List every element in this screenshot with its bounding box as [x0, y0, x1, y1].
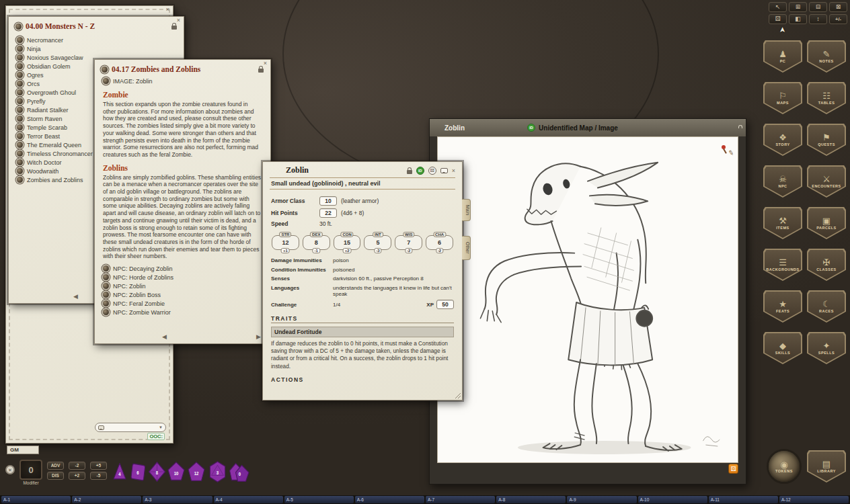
hotkey-slot[interactable]: A-3: [143, 496, 212, 503]
link-seal-icon[interactable]: [17, 37, 23, 43]
sidebar-item-spells[interactable]: ✦SPELLS: [807, 332, 846, 364]
minus5-button[interactable]: -5: [90, 472, 107, 480]
toolbar-button-5[interactable]: ⚄: [769, 14, 787, 24]
hotkey-slot[interactable]: A-1: [1, 496, 71, 503]
link-seal-icon[interactable]: [17, 54, 23, 60]
sidebar-item-items[interactable]: ⚒ITEMS: [763, 207, 802, 239]
ability-mod[interactable]: -3: [374, 248, 381, 253]
ability-mod[interactable]: +1: [281, 248, 290, 253]
ability-cha[interactable]: CHA 6 -2: [426, 235, 453, 250]
ability-mod[interactable]: +2: [343, 248, 352, 253]
sidebar-item-parcels[interactable]: ▣PARCELS: [807, 207, 846, 239]
ability-wis[interactable]: WIS 7 -2: [395, 235, 422, 250]
link-seal-icon[interactable]: [17, 81, 23, 87]
sidebar-item-encounters[interactable]: ⚔ENCOUNTERS: [807, 165, 846, 198]
npc-sheet-titlebar[interactable]: Zoblin ID ⚄ ×: [263, 162, 462, 177]
toolbar-button-4[interactable]: ⊠: [829, 2, 847, 12]
plus-minus-button[interactable]: +/-: [829, 14, 847, 24]
plus5-button[interactable]: +5: [90, 462, 107, 470]
npc-link[interactable]: NPC: Zoblin: [103, 282, 262, 290]
link-seal-icon[interactable]: [17, 72, 23, 78]
hotkey-slot[interactable]: A-6: [355, 496, 424, 503]
sidebar-item-pc[interactable]: ♟PC: [763, 40, 802, 73]
sidebar-item-notes[interactable]: ✎NOTES: [807, 40, 846, 73]
sidebar-item-tables[interactable]: ☷TABLES: [807, 82, 846, 114]
ooc-mode-badge[interactable]: OOC:: [147, 433, 165, 440]
window-header[interactable]: 04.17 Zombies and Zoblins: [95, 60, 270, 77]
pencil-icon[interactable]: ✎: [728, 149, 734, 157]
link-seal-icon[interactable]: [103, 265, 109, 271]
dice-row[interactable]: 4 6 8 10 12 3 0: [112, 460, 253, 483]
speech-bubble-icon[interactable]: [440, 168, 448, 173]
gm-identity-label[interactable]: GM: [7, 446, 39, 454]
ability-int[interactable]: INT 5 -3: [364, 235, 391, 250]
plus2-button[interactable]: +2: [69, 472, 85, 480]
prev-page-icon[interactable]: ◀: [73, 293, 78, 300]
link-seal-icon[interactable]: [17, 159, 23, 165]
disadvantage-button[interactable]: DIS: [47, 472, 64, 480]
image-link[interactable]: IMAGE: Zoblin: [103, 77, 262, 85]
sidebar-item-feats[interactable]: ★FEATS: [763, 290, 802, 323]
id-badge[interactable]: ID: [416, 167, 424, 175]
advantage-button[interactable]: ADV: [47, 462, 64, 470]
link-seal-icon[interactable]: [103, 283, 109, 289]
close-icon[interactable]: ×: [262, 60, 269, 67]
chat-input[interactable]: [106, 425, 157, 431]
modifier-box[interactable]: 0: [20, 460, 42, 480]
ability-mod[interactable]: -2: [436, 248, 443, 253]
npc-link[interactable]: NPC: Zoblin Boss: [103, 290, 262, 299]
chevron-down-icon[interactable]: ▼: [159, 425, 163, 429]
hotkey-slot[interactable]: A-5: [284, 496, 354, 503]
link-seal-icon[interactable]: [17, 133, 23, 139]
toolbar-button-7[interactable]: ↕: [809, 14, 827, 24]
link-seal-icon[interactable]: [103, 300, 109, 306]
sidebar-item-npc[interactable]: ☠NPC: [763, 165, 802, 198]
link-seal-icon[interactable]: [17, 107, 23, 113]
pin-icon[interactable]: [722, 145, 726, 149]
close-icon[interactable]: ×: [164, 6, 171, 13]
clear-modifier-button[interactable]: ✕: [5, 465, 15, 474]
toolbar-button-2[interactable]: ⊞: [789, 2, 807, 12]
lock-icon[interactable]: [171, 26, 177, 30]
prev-page-icon[interactable]: ◀: [162, 333, 167, 340]
ability-mod[interactable]: -2: [405, 248, 412, 253]
link-seal-icon[interactable]: [17, 142, 23, 148]
sidebar-item-library[interactable]: ▤LIBRARY: [807, 450, 846, 482]
link-seal-icon[interactable]: [17, 116, 23, 122]
tab-main[interactable]: Main: [462, 199, 471, 221]
link-seal-icon[interactable]: [17, 124, 23, 130]
trait-name[interactable]: Undead Fortitude: [271, 327, 454, 337]
hotkey-slot[interactable]: A-7: [426, 496, 495, 503]
npc-link[interactable]: NPC: Feral Zombie: [103, 299, 262, 308]
hit-points-value[interactable]: 22: [319, 208, 337, 218]
sidebar-item-quests[interactable]: ⚑QUESTS: [807, 124, 846, 156]
armor-class-value[interactable]: 10: [319, 196, 337, 206]
hotkey-slot[interactable]: A-2: [72, 496, 141, 503]
link-seal-icon[interactable]: [103, 292, 109, 298]
npc-link[interactable]: NPC: Decaying Zoblin: [103, 264, 262, 273]
die-button-icon[interactable]: ⚄: [428, 167, 436, 175]
link-seal-icon[interactable]: [103, 78, 109, 84]
ability-mod[interactable]: -1: [313, 248, 320, 253]
hotkey-slot[interactable]: A-8: [496, 496, 566, 503]
xp-value[interactable]: 50: [436, 300, 454, 309]
sidebar-item-backgrounds[interactable]: ☰BACKGROUNDS: [763, 249, 802, 281]
tab-other[interactable]: Other: [462, 236, 471, 260]
id-badge[interactable]: ID: [527, 124, 535, 132]
ability-con[interactable]: CON 15 +2: [334, 235, 361, 250]
sidebar-item-classes[interactable]: ✠CLASSES: [807, 249, 846, 281]
link-seal-icon[interactable]: [103, 309, 109, 315]
image-window-titlebar[interactable]: Zoblin ID Unidentified Map / Image: [430, 119, 746, 136]
link-seal-icon[interactable]: [17, 46, 23, 52]
minus2-button[interactable]: -2: [69, 462, 85, 470]
link-seal-icon[interactable]: [17, 63, 23, 69]
npc-link[interactable]: NPC: Zombie Warrior: [103, 308, 262, 317]
chat-entry[interactable]: ▼: [95, 423, 166, 432]
resize-grip[interactable]: [454, 392, 461, 398]
sidebar-item-skills[interactable]: ◆SKILLS: [763, 332, 802, 364]
ability-str[interactable]: STR 12 +1: [272, 235, 299, 250]
sidebar-item-story[interactable]: ❖STORY: [763, 124, 802, 156]
sidebar-item-maps[interactable]: ⚐MAPS: [763, 82, 802, 114]
npc-link[interactable]: NPC: Horde of Zoblins: [103, 273, 262, 282]
sidebar-item-tokens[interactable]: ◉ TOKENS: [767, 449, 802, 484]
